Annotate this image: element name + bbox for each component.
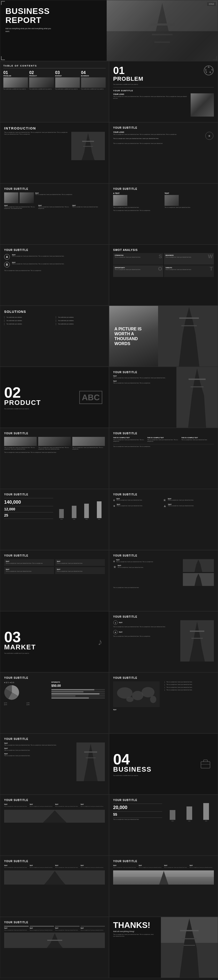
sub-text-1: This is a sample text. Insert your desir… [35,194,105,196]
soccer-icon [204,65,214,76]
svg-rect-48 [201,762,210,768]
thanks-subtitle: Add all everything thing! [113,931,214,932]
slide-subtitle-4col-left: YOUR SUBTITLE TEXT This is a sample text… [0,795,109,856]
intro-text: This is a sample text. Insert your desir… [4,132,69,135]
svg-rect-37 [191,638,203,639]
slide-subtitle-icons2: YOUR SUBTITLE ♦ TEXT This is a sample te… [109,489,218,550]
svg-rect-15 [83,146,93,147]
slide-toc: TABLE OF CONTENTS 01 PROBLEM You could e… [0,61,109,122]
solutions-title: SOLUTIONS [4,310,105,313]
product-num: 02 [4,385,41,400]
slide-subtitle-chart: YOUR SUBTITLE 140,000 12,000 25 2019 [0,489,109,550]
slide-thousand-words: A PICTURE IS WORTH A THOUSAND WORDS [109,305,218,367]
svg-text:♦: ♦ [115,622,116,624]
slide-subtitle-final-left: YOUR SUBTITLE TEXT This is a sample text… [0,917,109,978]
business-title: BUSINESS [113,765,152,773]
slide-subtitle-imgs: YOUR SUBTITLE TEXT This is a sample text… [0,183,109,245]
slide-introduction: INTRODUCTION This is a sample text. Inse… [0,122,109,183]
thousand-words-text: A PICTURE IS WORTH A THOUSAND WORDS [114,326,153,346]
svg-text:★: ★ [114,631,117,634]
slide-subtitle-3col-left: YOUR SUBTITLE This is a sample text. Ins… [0,428,109,489]
thanks-title: THANKS! [113,921,214,929]
music-icon: ♪ [98,637,103,647]
thanks-text: This is a sample text. Insert your desir… [113,934,154,937]
svg-marker-11 [205,68,207,72]
toc-title: TABLE OF CONTENTS [3,64,106,68]
svg-text:★: ★ [208,134,211,138]
svg-rect-59 [47,940,62,941]
problem-body: This is a sample text. Insert your desir… [113,96,189,100]
svg-rect-47 [86,757,96,758]
svg-rect-14 [82,141,94,142]
slide-subtitle-icons: YOUR SUBTITLE & TEXT This is a sample te… [109,183,218,245]
svg-rect-3 [149,24,175,25]
slide-subtitle-nums-right: YOUR SUBTITLE 20,000 55 This is a sample… [109,795,218,856]
logo-label: YOUR LOGO [113,93,189,95]
product-title: PRODUCT [4,399,41,407]
business-sub: You could enter a subtitle text if you w… [113,775,152,776]
svg-marker-10 [205,71,207,73]
slide-subtitle-img-grid: YOUR SUBTITLE ♦ TEXT This is a sample te… [109,550,218,611]
subtitle-icons-title: YOUR SUBTITLE [113,188,214,190]
slide-market-pie: YOUR SUBTITLE ♦ $ 5 ♦ $ 6 ■ 10% [0,672,109,733]
slide-business-header: 04 BUSINESS You could enter a subtitle t… [109,733,218,795]
slide-swot: SWOT ANALYSIS STRENGTHS This is a sample… [109,245,218,305]
toc-item-2: 02 PRODUCT You could enter a subtitle te… [29,70,54,90]
market-sub: You could enter a subtitle text if you w… [4,652,36,654]
svg-rect-46 [84,751,97,752]
business-num: 04 [113,752,152,767]
abc-icon: ABC [79,391,102,404]
pie-chart [4,685,20,700]
slide-subtitle-eiffel1: YOUR SUBTITLE TEXT This is a sample text… [109,367,218,428]
market-num: 03 [4,630,36,644]
svg-marker-8 [211,68,213,71]
svg-rect-5 [154,41,170,43]
problem-desc: You could enter a subtitle text if you w… [113,84,143,85]
slide-subtitle-4col-left2: YOUR SUBTITLE TEXT This is a sample text… [0,856,109,917]
slide-business-report: BUSINESS REPORT Add as everything what y… [0,0,218,61]
toc-item-1: 01 PROBLEM You could enter a subtitle te… [3,70,28,90]
toc-item-4: 04 BUSINESS You could enter a subtitle t… [81,70,106,90]
svg-rect-21 [181,325,197,326]
subtitle-logo-title: YOUR SUBTITLE [113,126,214,129]
intro-title: INTRODUCTION [4,126,105,130]
world-map [113,681,160,707]
svg-point-43 [126,697,133,702]
product-sub: You could enter a subtitle text if you w… [4,408,41,409]
toc-item-3: 03 MARKET You could enter a subtitle tex… [55,70,80,90]
svg-rect-20 [179,317,199,319]
svg-rect-4 [152,34,173,35]
slide-market-subtitle-right: YOUR SUBTITLE ♦ TEXT This is a sample te… [109,611,218,672]
market-title: MARKET [4,643,36,651]
slide-problem: 01 PROBLEM You could enter a subtitle te… [109,61,218,122]
deco-icon: ★ [205,131,214,140]
svg-rect-36 [190,630,204,632]
intro-body-right: This is a sample text. Insert your desir… [113,134,203,136]
svg-rect-64 [182,938,197,939]
problem-subtitle-label: YOUR SUBTITLE [113,89,214,92]
main-title: BUSINESS REPORT [5,7,52,25]
subtitle-imgs-title: YOUR SUBTITLE [4,188,105,190]
logo-right: YOUR LOGO [113,131,203,133]
svg-point-42 [150,696,156,703]
main-subtitle: Add as everything what you like and ever… [5,27,52,33]
slide-product-header: 02 PRODUCT You could enter a subtitle te… [0,367,109,428]
slide-subtitle-4boxes: YOUR SUBTITLE TEXT This is a sample text… [0,550,109,611]
svg-rect-25 [191,386,204,387]
svg-marker-9 [209,71,211,73]
problem-title: PROBLEM [113,76,143,82]
slide-thanks: THANKS! Add all everything thing! This i… [109,917,218,978]
swot-title: SWOT ANALYSIS [113,248,214,251]
problem-number: 01 [113,65,143,76]
slide-subtitle-ab: YOUR SUBTITLE A TEXT This is a sample te… [0,245,109,305]
slide-subtitle-text-left: YOUR SUBTITLE TEXT This is a sample text… [0,733,109,795]
slide-solutions: SOLUTIONS You could enter your solutions… [0,305,109,367]
slide-subtitle-4col-right2: YOUR SUBTITLE TEXT This is a sample text… [109,856,218,917]
slide-market-map: YOUR SUBTITLE TEXT This is a sample text… [109,672,218,733]
slide-market-header: 03 MARKET You could enter a subtitle tex… [0,611,109,672]
svg-point-41 [141,687,154,697]
slide-subtitle-3col-right: YOUR SUBTITLE This is a sample text This… [109,428,218,489]
briefcase-icon [200,758,211,770]
svg-rect-65 [184,945,195,946]
svg-marker-7 [208,66,210,68]
